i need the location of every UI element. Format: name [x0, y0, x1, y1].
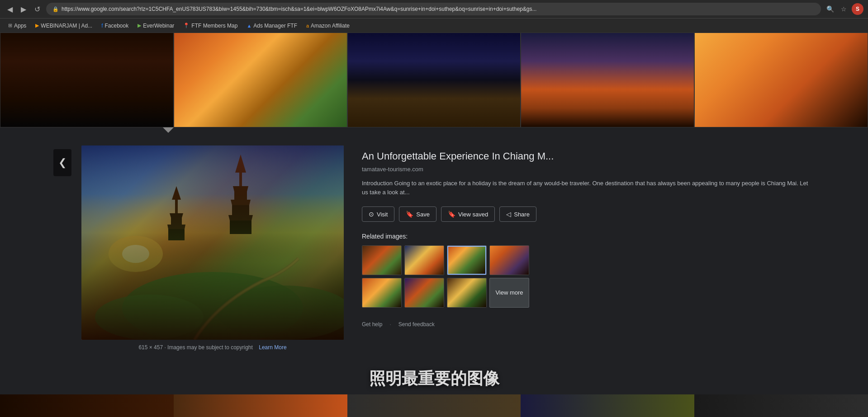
- star-icon[interactable]: ☆: [838, 4, 849, 14]
- facebook-icon: f: [101, 23, 103, 29]
- view-saved-label: View saved: [458, 211, 488, 218]
- nav-buttons: ◀ ▶ ↺: [5, 4, 43, 14]
- bottom-strip-img-3[interactable]: [347, 394, 521, 417]
- amazon-icon: a: [306, 23, 309, 28]
- forward-button[interactable]: ▶: [18, 4, 29, 14]
- svg-marker-9: [235, 155, 246, 173]
- related-image-5[interactable]: [362, 278, 402, 308]
- everwebinar-icon: ▶: [138, 23, 141, 28]
- related-image-2[interactable]: [404, 245, 444, 275]
- main-content: ❮: [0, 33, 868, 360]
- svg-point-19: [217, 286, 344, 340]
- svg-rect-20: [81, 145, 344, 340]
- bookmark-facebook[interactable]: f Facebook: [98, 21, 132, 30]
- svg-marker-15: [228, 215, 253, 220]
- bookmark-ftf-label: FTF Members Map: [191, 23, 237, 29]
- bookmark-amazon[interactable]: a Amazon Affiliate: [303, 21, 353, 30]
- image-dimensions: 615 × 457 · Images may be subject to cop…: [138, 344, 252, 351]
- svg-marker-3: [172, 186, 181, 200]
- send-feedback-link[interactable]: Send feedback: [398, 321, 435, 328]
- bottom-strip-img-4[interactable]: [521, 394, 694, 417]
- ads-icon: ▲: [247, 23, 251, 28]
- right-panel: An Unforgettable Experience In Chiang M.…: [362, 145, 814, 328]
- bookmarks-bar: ⊞ Apps ▶ WEBINARJAM | Ad... f Facebook ▶…: [0, 18, 868, 33]
- related-images-title: Related images:: [362, 233, 814, 240]
- visit-label: Visit: [377, 211, 388, 218]
- get-help-link[interactable]: Get help: [362, 321, 382, 328]
- svg-marker-13: [231, 200, 251, 205]
- detail-view: ❮: [0, 136, 868, 360]
- left-arrow-container: ❮: [53, 149, 71, 176]
- share-button[interactable]: ◁ Share: [499, 206, 536, 222]
- main-image-overlay: [81, 145, 344, 340]
- share-label: Share: [514, 211, 530, 218]
- profile-avatar[interactable]: S: [852, 3, 863, 15]
- action-buttons: ⊙ Visit 🔖 Save 🔖 View saved ◁ Share: [362, 206, 814, 222]
- view-saved-icon: 🔖: [448, 211, 455, 218]
- bookmark-ftf[interactable]: 📍 FTF Members Map: [180, 21, 241, 30]
- address-bar[interactable]: 🔒 https://www.google.com/search?rlz=1C5C…: [46, 3, 821, 15]
- bottom-image-strip: [0, 394, 868, 417]
- svg-point-18: [95, 295, 204, 340]
- main-image[interactable]: [81, 145, 344, 340]
- footer-links: Get help · Send feedback: [362, 321, 814, 328]
- strip-image-5[interactable]: [694, 33, 868, 127]
- svg-marker-11: [233, 186, 248, 192]
- learn-more-link[interactable]: Learn More: [259, 344, 286, 351]
- svg-rect-4: [175, 200, 178, 213]
- bottom-strip-img-2[interactable]: [174, 394, 347, 417]
- bookmark-ads[interactable]: ▲ Ads Manager FTF: [243, 21, 301, 30]
- prev-image-button[interactable]: ❮: [53, 149, 71, 176]
- view-more-label: View more: [495, 289, 523, 297]
- strip-image-3[interactable]: [347, 33, 521, 127]
- main-image-container: 615 × 457 · Images may be subject to cop…: [81, 145, 344, 351]
- browser-chrome: ◀ ▶ ↺ 🔒 https://www.google.com/search?rl…: [0, 0, 868, 33]
- webinarjam-icon: ▶: [35, 23, 39, 28]
- svg-marker-7: [167, 225, 185, 229]
- image-strip: [0, 33, 868, 127]
- bottom-strip-img-1[interactable]: [0, 394, 174, 417]
- svg-marker-5: [170, 213, 183, 218]
- refresh-button[interactable]: ↺: [32, 4, 43, 14]
- related-image-6[interactable]: [404, 278, 444, 308]
- bookmark-webinarjam[interactable]: ▶ WEBINARJAM | Ad...: [32, 21, 96, 30]
- svg-rect-6: [171, 218, 182, 225]
- bookmark-everwebinar-label: EverWebinar: [143, 23, 174, 29]
- image-caption: 615 × 457 · Images may be subject to cop…: [138, 344, 286, 351]
- svg-rect-10: [239, 173, 242, 186]
- related-image-1[interactable]: [362, 245, 402, 275]
- related-image-7[interactable]: [447, 278, 487, 308]
- bookmark-amazon-label: Amazon Affiliate: [311, 23, 350, 29]
- bookmark-everwebinar[interactable]: ▶ EverWebinar: [134, 21, 178, 30]
- article-source: tamatave-tourisme.com: [362, 166, 814, 173]
- svg-rect-12: [234, 192, 247, 200]
- strip-image-1[interactable]: [0, 33, 174, 127]
- save-label: Save: [416, 211, 430, 218]
- lock-icon: 🔒: [52, 6, 59, 12]
- bottom-strip-img-5[interactable]: [694, 394, 868, 417]
- address-text: https://www.google.com/search?rlz=1C5CHF…: [62, 6, 536, 12]
- visit-button[interactable]: ⊙ Visit: [362, 206, 394, 222]
- svg-rect-8: [168, 229, 185, 240]
- bookmark-ads-label: Ads Manager FTF: [253, 23, 297, 29]
- view-saved-button[interactable]: 🔖 View saved: [441, 206, 495, 222]
- back-button[interactable]: ◀: [5, 4, 15, 14]
- strip-image-4[interactable]: [521, 33, 694, 127]
- view-more-button[interactable]: View more: [489, 278, 529, 308]
- save-icon: 🔖: [406, 211, 413, 218]
- save-button[interactable]: 🔖 Save: [399, 206, 436, 222]
- svg-point-2: [122, 245, 149, 263]
- bookmark-facebook-label: Facebook: [105, 23, 129, 29]
- svg-rect-14: [232, 205, 249, 215]
- svg-point-17: [122, 272, 303, 340]
- related-image-4[interactable]: [489, 245, 529, 275]
- footer-separator: ·: [389, 321, 391, 328]
- bookmark-apps[interactable]: ⊞ Apps: [5, 21, 30, 30]
- article-title: An Unforgettable Experience In Chiang M.…: [362, 150, 814, 163]
- browser-toolbar: ◀ ▶ ↺ 🔒 https://www.google.com/search?rl…: [0, 0, 868, 18]
- search-icon[interactable]: 🔍: [825, 4, 835, 14]
- related-image-3[interactable]: [447, 245, 487, 275]
- strip-indicator: [0, 127, 868, 136]
- share-icon: ◁: [506, 211, 511, 218]
- strip-image-2[interactable]: [174, 33, 347, 127]
